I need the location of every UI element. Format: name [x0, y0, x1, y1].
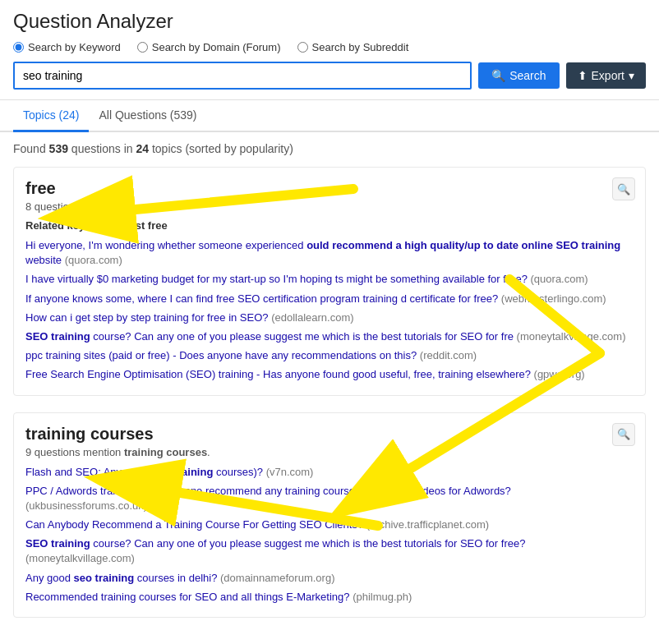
search-by-keyword-radio[interactable]: Search by Keyword	[13, 41, 121, 53]
question-link[interactable]: Flash and SEO; Anyone? SEO training cour…	[25, 465, 634, 480]
question-link[interactable]: SEO training course? Can any one of you …	[25, 329, 634, 344]
search-type-row: Search by Keyword Search by Domain (Foru…	[13, 41, 646, 53]
chevron-down-icon: ▾	[629, 69, 634, 82]
question-link[interactable]: Can Anybody Recommend a Training Course …	[25, 518, 634, 532]
question-link[interactable]: Hi everyone, I'm wondering whether someo…	[25, 238, 634, 268]
page-title: Question Analyzer	[13, 10, 646, 33]
question-link[interactable]: Recommended training courses for SEO and…	[25, 590, 634, 605]
export-icon: ⬆	[578, 69, 588, 82]
topic-section-training-courses: 🔍 training courses 9 questions mention t…	[13, 412, 646, 619]
topic-section-free: 🔍 free 8 questions mention free. Related…	[13, 167, 646, 396]
topic-title-free: free	[25, 179, 634, 198]
question-link[interactable]: How can i get step by step training for …	[25, 310, 634, 325]
search-by-domain-radio[interactable]: Search by Domain (Forum)	[137, 41, 281, 53]
topic-search-icon-training[interactable]: 🔍	[612, 423, 635, 446]
search-row: 🔍 Search ⬆ Export ▾	[13, 62, 646, 90]
question-link[interactable]: SEO training course? Can any one of you …	[25, 536, 634, 566]
results-summary: Found 539 questions in 24 topics (sorted…	[13, 142, 646, 155]
topic-title-training-courses: training courses	[25, 425, 634, 444]
question-link[interactable]: I have virtually $0 marketing budget for…	[25, 272, 634, 287]
related-keywords-free: Related keywords: best free	[25, 219, 634, 232]
main-content: Found 539 questions in 24 topics (sorted…	[0, 132, 659, 644]
page-header: Question Analyzer Search by Keyword Sear…	[0, 0, 659, 100]
search-button[interactable]: 🔍 Search	[478, 62, 559, 89]
topic-meta-training-courses: 9 questions mention training courses.	[25, 446, 634, 458]
export-button[interactable]: ⬆ Export ▾	[566, 62, 646, 89]
tab-all-questions[interactable]: All Questions (539)	[89, 100, 206, 132]
topic-search-icon-free[interactable]: 🔍	[612, 177, 635, 200]
question-link[interactable]: ppc training sites (paid or free) - Does…	[25, 348, 634, 363]
question-link[interactable]: Any good seo training courses in delhi? …	[25, 571, 634, 586]
search-by-subreddit-radio[interactable]: Search by Subreddit	[297, 41, 409, 53]
question-link[interactable]: If anyone knows some, where I can find f…	[25, 292, 634, 306]
topic-meta-free: 8 questions mention free.	[25, 200, 634, 213]
tabs-row: Topics (24) All Questions (539)	[0, 100, 659, 132]
search-input[interactable]	[13, 62, 472, 90]
tab-topics[interactable]: Topics (24)	[13, 100, 89, 132]
search-icon: 🔍	[491, 69, 505, 82]
question-link[interactable]: Free Search Engine Optimisation (SEO) tr…	[25, 367, 634, 382]
question-link[interactable]: PPC / Adwords training - Can anyone reco…	[25, 484, 634, 513]
